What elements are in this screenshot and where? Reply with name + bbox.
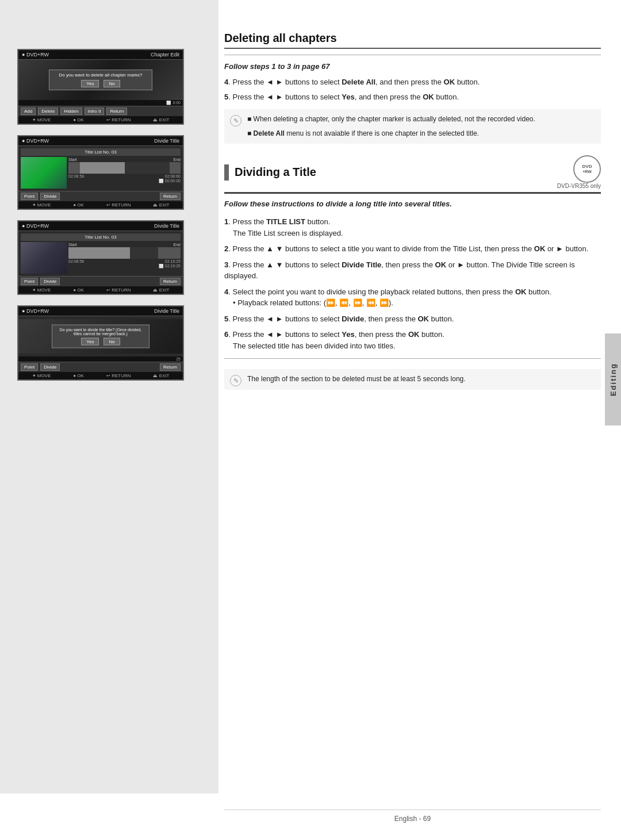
screen1-dialog-text: Do you want to delete all chapter marks?	[54, 72, 147, 78]
screen2-info: Start End 02:08:58 02:08:60 ⬜ 00:00:00	[68, 157, 181, 189]
screen-divide-title-2: ● DVD+RW Divide Title Title List No. 03 …	[17, 220, 184, 295]
screen1-time: ⬜ 0:00	[18, 100, 183, 106]
section-dividing-title: Dividing a Title DVD +RW DVD-VR355 only …	[224, 155, 601, 389]
screen4-time: 25	[18, 356, 183, 362]
screen4-return-btn[interactable]: Return	[160, 363, 181, 371]
screen2-body: Title List No. 03 Start End 02:08:58 02:…	[18, 146, 183, 191]
screen1-intro-btn[interactable]: Intro II	[85, 108, 105, 115]
screen2-divide-btn[interactable]: Divide	[40, 193, 60, 200]
screen2-spacer	[62, 193, 158, 200]
screen2-title-label: Title List No. 03	[21, 148, 181, 156]
section1-title: Deleting all chapters	[224, 32, 601, 49]
screen3-bar-start	[68, 247, 130, 259]
section1-note2: ■ Delete All menu is not avaiable if the…	[247, 128, 595, 139]
section2-step2: 2. Press the ▲ ▼ buttons to select a tit…	[224, 243, 601, 255]
screen1-return-btn[interactable]: Return	[106, 108, 127, 115]
screen2-header-right: Divide Title	[154, 138, 179, 144]
screen1-header: ● DVD+RW Chapter Edit	[18, 50, 183, 60]
section2-steps: 1. Press the TITLE LIST button. The Titl…	[224, 216, 601, 351]
editing-side-tab: Editing	[605, 333, 621, 425]
screen3-thumb	[21, 242, 67, 274]
screen1-nav: ✦ MOVE ● OK ↩ RETURN ⏏ EXIT	[18, 116, 183, 124]
screen1-header-right: Chapter Edit	[151, 52, 179, 57]
screen3-return-btn[interactable]: Return	[160, 278, 181, 285]
screen4-btn1[interactable]: Yes	[81, 338, 99, 346]
screen3-content: Start End 02:08:58 02:19:25 ⬜ 02:19:25	[21, 242, 181, 274]
screen2-header-left: ● DVD+RW	[22, 138, 49, 144]
section2-title: Dividing a Title	[235, 166, 316, 179]
screen3-spacer	[62, 278, 158, 285]
screen3-timeline	[68, 247, 181, 259]
screen3-nav: ✦ MOVE ● OK ↩ RETURN ⏏ EXIT	[18, 286, 183, 294]
screen3-times: 02:08:58 02:19:25	[68, 259, 181, 264]
section2-title-row: Dividing a Title DVD +RW DVD-VR355 only	[224, 155, 601, 194]
section1-step4: 4. Press the ◄ ► buttons to select Delet…	[224, 76, 601, 88]
screen3-header-right: Divide Title	[154, 223, 179, 229]
screen1-add-btn[interactable]: Add	[21, 108, 36, 115]
section1-divider	[224, 55, 601, 55]
section2-step5: 5. Press the ◄ ► buttons to select Divid…	[224, 313, 601, 325]
section1-note-content: ■ When deleting a chapter, only the chap…	[247, 114, 595, 139]
screen3-header-left: ● DVD+RW	[22, 223, 49, 229]
screen1-delete-btn[interactable]: Delete	[38, 108, 58, 115]
section2-note-content: The length of the section to be deleted …	[247, 374, 595, 385]
screen4-spacer	[62, 363, 158, 371]
screen3-divide-btn[interactable]: Divide	[40, 278, 60, 285]
section2-title-bar	[224, 164, 229, 181]
dvd-badge-label: DVD +RW	[582, 164, 592, 174]
section2-step1: 1. Press the TITLE LIST button. The Titl…	[224, 216, 601, 239]
screen4-point-btn[interactable]: Point	[21, 363, 38, 371]
screen2-point-btn[interactable]: Point	[21, 193, 38, 200]
side-tab-label: Editing	[609, 363, 618, 396]
section-deleting-chapters: Deleting all chapters Follow steps 1 to …	[224, 32, 601, 144]
screen3-header: ● DVD+RW Divide Title	[18, 221, 183, 231]
screen1-btn1[interactable]: Yes	[81, 80, 99, 87]
screen1-dialog-btns: Yes No	[54, 80, 147, 87]
screen1-btn2[interactable]: No	[103, 80, 120, 87]
screen4-body: Do you want to divide the title? (Once d…	[18, 316, 183, 356]
screen2-thumb	[21, 157, 67, 189]
screen1-hidden-btn[interactable]: Hidden	[60, 108, 82, 115]
dvd-badge-wrap: DVD +RW DVD-VR355 only	[557, 155, 601, 189]
section1-subtitle: Follow steps 1 to 3 in page 67	[224, 62, 601, 71]
screen2-bar-start	[80, 162, 125, 174]
section1-step5: 5. Press the ◄ ► buttons to select Yes, …	[224, 91, 601, 103]
section2-step3: 3. Press the ▲ ▼ buttons to select Divid…	[224, 259, 601, 282]
page-footer: English - 69	[224, 810, 601, 823]
section2-step4: 4. Select the point you want to divide u…	[224, 286, 601, 309]
screen2-duration: ⬜ 00:00:00	[68, 179, 181, 183]
screen-divide-confirm: ● DVD+RW Divide Title Do you want to div…	[17, 305, 184, 381]
screen2-header: ● DVD+RW Divide Title	[18, 136, 183, 146]
screen2-col-headers: Start End	[68, 157, 181, 162]
section2-note: ✎ The length of the section to be delete…	[224, 369, 601, 389]
screen4-header-right: Divide Title	[154, 308, 179, 314]
screen4-toolbar: Point Divide Return	[18, 362, 183, 372]
screen3-point-btn[interactable]: Point	[21, 278, 38, 285]
screen3-col-headers: Start End	[68, 242, 181, 247]
section2-step6: 6. Press the ◄ ► buttons to select Yes, …	[224, 329, 601, 351]
note-icon-2: ✎	[230, 375, 241, 386]
screen4-nav: ✦ MOVE ● OK ↩ RETURN ⏏ EXIT	[18, 372, 183, 379]
screen-chapter-edit: ● DVD+RW Chapter Edit Do you want to del…	[17, 49, 184, 125]
screen1-body: Do you want to delete all chapter marks?…	[18, 60, 183, 100]
footer-text: English - 69	[394, 815, 431, 823]
section1-note1: ■ When deleting a chapter, only the chap…	[247, 114, 595, 125]
screen4-btn2[interactable]: No	[103, 338, 120, 346]
screen2-bar-end	[125, 162, 170, 174]
screen4-divide-btn[interactable]: Divide	[40, 363, 60, 371]
screen-divide-title-1: ● DVD+RW Divide Title Title List No. 03 …	[17, 135, 184, 210]
section2-subtitle: Follow these instructions to divide a lo…	[224, 200, 601, 208]
screens-area: ● DVD+RW Chapter Edit Do you want to del…	[17, 49, 195, 391]
screen3-toolbar: Point Divide Return	[18, 276, 183, 286]
screen2-toolbar: Point Divide Return	[18, 191, 183, 201]
screen3-info: Start End 02:08:58 02:19:25 ⬜ 02:19:25	[68, 242, 181, 274]
section2-note-text: The length of the section to be deleted …	[247, 374, 595, 385]
screen2-nav: ✦ MOVE ● OK ↩ RETURN ⏏ EXIT	[18, 201, 183, 209]
screen2-return-btn[interactable]: Return	[160, 193, 181, 200]
section1-steps: 4. Press the ◄ ► buttons to select Delet…	[224, 76, 601, 102]
screen2-times: 02:08:58 02:08:60	[68, 174, 181, 179]
screen1-header-left: ● DVD+RW	[22, 52, 49, 57]
section1-notes: ✎ ■ When deleting a chapter, only the ch…	[224, 109, 601, 144]
screen4-header: ● DVD+RW Divide Title	[18, 306, 183, 316]
screen3-body: Title List No. 03 Start End 02:08:58 02:…	[18, 231, 183, 276]
